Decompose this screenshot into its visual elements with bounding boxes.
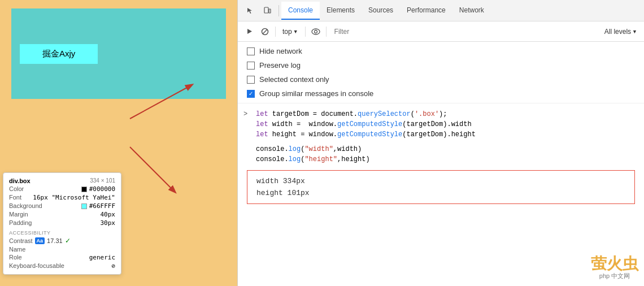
watermark: 萤火虫 php 中文网 (591, 256, 638, 280)
toolbar-separator-2 (305, 27, 306, 37)
left-panel: 掘金Axjy div.box 334 × 101 Color #000000 (0, 0, 237, 286)
watermark-text: 萤火虫 (591, 256, 638, 272)
highlighted-element: 掘金Axjy (20, 44, 98, 64)
tooltip-font-row: Font 16px "Microsoft YaHei" (9, 194, 115, 201)
tooltip-dimensions: 334 × 101 (90, 177, 115, 184)
color-swatch-cyan (81, 203, 87, 209)
code-block: > let targetDom = document.querySelector… (238, 108, 644, 166)
tab-network[interactable]: Network (452, 2, 491, 20)
output-width: width 334px (256, 175, 625, 187)
svg-rect-3 (269, 9, 271, 13)
tab-console[interactable]: Console (281, 2, 320, 20)
hide-network-label: Hide network (259, 47, 302, 55)
clear-errors-button[interactable] (258, 25, 272, 38)
tab-sources[interactable]: Sources (362, 2, 400, 20)
group-similar-label: Group similar messages in console (259, 89, 373, 98)
group-similar-checkbox[interactable]: ✓ (247, 90, 255, 98)
option-preserve-log: Preserve log (247, 58, 635, 72)
console-prompt: > (243, 109, 247, 119)
svg-line-6 (263, 29, 267, 34)
svg-point-7 (312, 29, 320, 34)
devtools-tab-bar: Console Elements Sources Performance Net… (238, 0, 644, 21)
tooltip-margin-row: Margin 40px (9, 211, 115, 218)
tooltip-padding-row: Padding 30px (9, 219, 115, 227)
tooltip-contrast-row: Contrast Aa 17.31 ✓ (9, 237, 115, 245)
console-output-box: width 334px height 101px (247, 170, 635, 204)
cursor-icon[interactable] (242, 3, 258, 19)
preserve-log-checkbox[interactable] (247, 62, 255, 70)
hide-network-checkbox[interactable] (247, 47, 255, 55)
tooltip-bg-row: Background #66FFFF (9, 202, 115, 210)
devtools-panel: Console Elements Sources Performance Net… (237, 0, 644, 286)
tab-performance[interactable]: Performance (400, 2, 452, 20)
svg-marker-4 (247, 29, 252, 34)
check-icon: ✓ (65, 237, 71, 245)
tooltip-name-row: Name (9, 246, 115, 253)
option-group-similar: ✓ Group similar messages in console (247, 86, 635, 101)
webpage-preview: 掘金Axjy (11, 8, 226, 99)
tooltip-keyboard-row: Keyboard-focusable ⊘ (9, 262, 115, 270)
tooltip-element-name: div.box (9, 177, 31, 184)
svg-point-8 (314, 30, 317, 33)
selected-context-label: Selected context only (259, 75, 329, 84)
output-height: height 101px (256, 187, 625, 199)
selected-context-checkbox[interactable] (247, 76, 255, 84)
tab-elements[interactable]: Elements (320, 2, 362, 20)
toolbar-separator (275, 27, 276, 37)
context-dropdown[interactable]: top ▼ (279, 27, 302, 37)
console-output-area[interactable]: > let targetDom = document.querySelector… (238, 103, 644, 286)
accessibility-title: ACCESSIBILITY (9, 230, 115, 236)
svg-line-1 (130, 147, 175, 192)
live-expressions-button[interactable] (309, 25, 323, 38)
element-tooltip: div.box 334 × 101 Color #000000 Font 16p… (3, 172, 121, 275)
preserve-log-label: Preserve log (259, 61, 301, 70)
console-options: Hide network Preserve log Selected conte… (238, 42, 644, 103)
option-selected-context: Selected context only (247, 72, 635, 86)
console-filter-input[interactable] (330, 25, 600, 38)
device-toggle-icon[interactable] (259, 3, 275, 19)
aa-badge: Aa (35, 237, 45, 244)
toolbar-separator-3 (326, 27, 327, 37)
run-button[interactable] (242, 25, 256, 38)
log-level-dropdown[interactable]: All levels ▼ (602, 27, 639, 37)
console-toolbar: top ▼ All levels ▼ (238, 21, 644, 42)
watermark-subtext: php 中文网 (591, 272, 638, 280)
color-swatch-black (81, 187, 87, 192)
tooltip-color-row: Color #000000 (9, 185, 115, 193)
option-hide-network: Hide network (247, 44, 635, 58)
tab-separator (279, 5, 279, 16)
tooltip-role-row: Role generic (9, 254, 115, 261)
svg-rect-2 (264, 7, 268, 13)
page-label: 掘金Axjy (42, 49, 75, 58)
